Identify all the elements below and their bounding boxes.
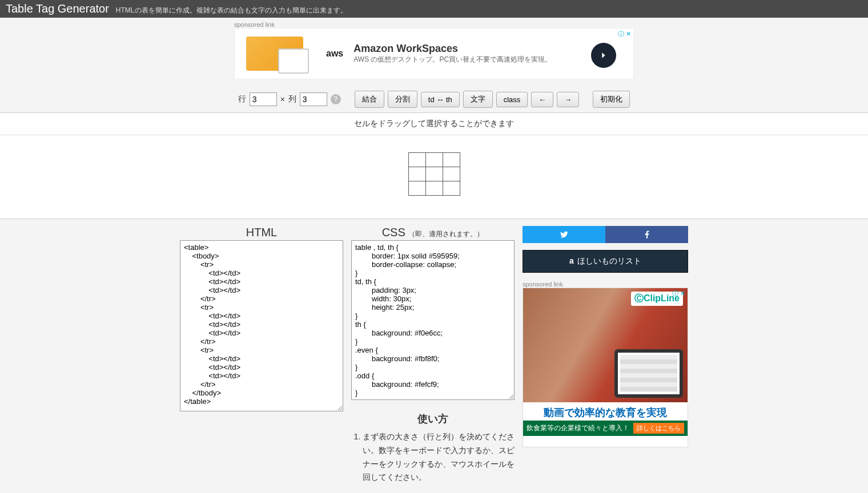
share-buttons [523,226,688,243]
ad-side-cta[interactable]: 詳しくはこちら [633,423,684,434]
ad-subtext: AWS の仮想デスクトップ。PC買い替え不要で高速処理を実現。 [353,55,552,64]
col-input[interactable] [300,92,327,106]
ad-side-headline: 動画で効率的な教育を実現 [523,402,688,421]
usage-list: まず表の大きさ（行と列）を決めてください。数字をキーボードで入力するか、スピナー… [351,430,515,484]
ad-side-close-icon[interactable]: ⓘ ✕ [672,289,685,298]
merge-button[interactable]: 結合 [355,91,384,108]
css-section-sub: （即、適用されます。） [408,230,484,238]
html-section-title: HTML [180,226,343,239]
col-label: 列 [288,94,296,104]
twitter-button[interactable] [523,226,605,243]
cell[interactable] [425,167,443,181]
page-subtitle: HTMLの表を簡単に作成。複雑な表の結合も文字の入力も簡単に出来ます。 [116,6,347,15]
ad-image-icon [246,37,303,71]
row-input[interactable] [250,92,277,106]
undo-button[interactable]: ← [531,92,553,107]
ad-arrow-icon[interactable] [591,43,616,68]
facebook-icon [642,230,652,239]
row-label: 行 [238,94,246,104]
page-header: Table Tag Generator HTMLの表を簡単に作成。複雑な表の結合… [0,0,868,18]
help-icon[interactable]: ? [331,94,341,104]
usage-item: まず表の大きさ（行と列）を決めてください。数字をキーボードで入力するか、スピナー… [363,430,515,484]
ad-banner-top[interactable]: aws Amazon WorkSpaces AWS の仮想デスクトップ。PC買い… [234,28,634,79]
ad-side-image: ⒸClipLine [523,288,688,402]
usage-title: 使い方 [351,412,515,426]
cell[interactable] [443,153,460,167]
ad-close-icon[interactable]: ⓘ ✕ [618,30,631,38]
ad-banner-side[interactable]: ⓘ ✕ ⒸClipLine 動画で効率的な教育を実現 飲食業等の企業様で続々と導… [523,288,688,447]
ad-title: Amazon WorkSpaces [353,43,552,55]
css-output[interactable]: table , td, th { border: 1px solid #5959… [351,240,515,400]
tablet-icon [614,349,683,398]
page-title: Table Tag Generator [6,2,109,15]
cell[interactable] [443,181,460,196]
redo-button[interactable]: → [557,92,579,107]
reset-button[interactable]: 初期化 [593,91,630,108]
amazon-icon: a [569,256,574,265]
cell[interactable] [425,153,443,167]
times-label: × [280,95,285,104]
toolbar: 行 × 列 ? 結合 分割 td ↔ th 文字 class ← → 初期化 [0,85,868,113]
tdth-button[interactable]: td ↔ th [421,92,460,107]
cell[interactable] [408,167,425,181]
cell[interactable] [408,181,425,196]
html-output[interactable]: <table> <tbody> <tr> <td></td> <td></td>… [180,240,343,411]
preview-area [0,135,868,219]
split-button[interactable]: 分割 [388,91,417,108]
wishlist-button[interactable]: aほしいものリスト [523,250,688,273]
facebook-button[interactable] [605,226,688,243]
preview-table[interactable] [408,152,460,196]
cell[interactable] [425,181,443,196]
class-button[interactable]: class [496,92,528,107]
hint-text: セルをドラッグして選択することができます [0,113,868,135]
ad-text: Amazon WorkSpaces AWS の仮想デスクトップ。PC買い替え不要… [353,43,552,64]
text-button[interactable]: 文字 [463,91,493,108]
ad-brand: aws [326,49,343,59]
sponsored-label-side: sponsored link [523,281,688,288]
cell[interactable] [408,153,425,167]
css-section-title: CSS （即、適用されます。） [351,226,515,239]
ad-side-sub: 飲食業等の企業様で続々と導入！ 詳しくはこちら [523,421,688,436]
twitter-icon [560,230,569,239]
cell[interactable] [443,167,460,181]
sponsored-label-top: sponsored link [234,21,634,28]
